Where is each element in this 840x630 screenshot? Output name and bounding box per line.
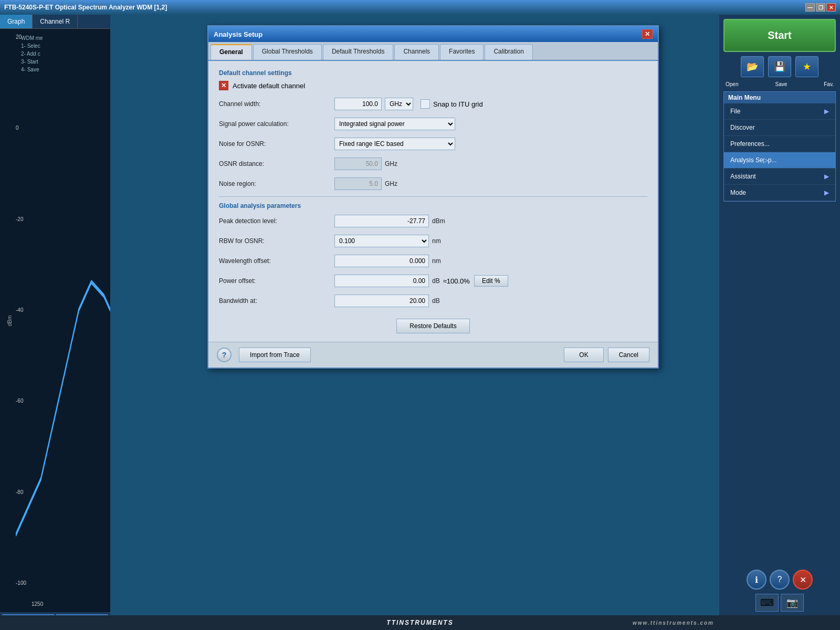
right-panel: Start 📂 💾 ★ Open Save Fav. Main Menu Fil…	[719, 15, 840, 630]
noise-region-label: Noise region:	[219, 180, 334, 187]
global-analysis-title: Global analysis parameters	[219, 202, 647, 209]
dialog-close-btn[interactable]: ✕	[642, 29, 653, 39]
snap-itu-checkbox[interactable]	[421, 99, 430, 109]
signal-power-row: Signal power calculation: Integrated sig…	[219, 117, 647, 131]
save-icon: 💾	[774, 61, 785, 72]
tab-channels[interactable]: Channels	[394, 44, 439, 60]
signal-power-select[interactable]: Integrated signal power Peak power	[334, 118, 455, 130]
power-offset-label: Power offset:	[219, 277, 334, 285]
osnr-distance-input	[334, 158, 382, 170]
save-btn[interactable]: 💾	[768, 56, 791, 77]
url-label: www.ttinstruments.com	[633, 620, 714, 626]
activate-checkbox[interactable]: ✕	[219, 81, 228, 90]
wavelength-offset-row: Wavelength offset: nm	[219, 254, 647, 268]
file-arrow-icon: ▶	[824, 108, 829, 115]
camera-btn[interactable]: 📷	[781, 594, 804, 612]
title-controls[interactable]: — ❐ ✕	[805, 3, 836, 12]
icon-labels: Open Save Fav.	[723, 81, 836, 87]
main-layout: Graph Channel R WDM me 1- Selec 2- Add c…	[0, 15, 840, 630]
noise-osnr-row: Noise for OSNR: Fixed range IEC based Fi…	[219, 136, 647, 151]
menu-item-assistant[interactable]: Assistant ▶	[724, 169, 835, 185]
rbw-select[interactable]: 0.100 0.200 0.500	[334, 235, 429, 247]
tab-default-thresholds[interactable]: Default Thresholds	[323, 44, 394, 60]
tab-general[interactable]: General	[211, 44, 252, 60]
star-icon: ★	[803, 61, 811, 72]
channel-width-unit-select[interactable]: GHz	[385, 98, 413, 110]
rbw-label: RBW for OSNR:	[219, 237, 334, 245]
minimize-btn[interactable]: —	[805, 3, 815, 12]
osnr-distance-label: OSNR distance:	[219, 160, 334, 167]
channel-width-label: Channel width:	[219, 100, 334, 108]
bandwidth-input[interactable]	[334, 295, 429, 307]
restore-defaults-btn[interactable]: Restore Defaults	[396, 319, 469, 333]
keyboard-btn[interactable]: ⌨	[755, 594, 779, 612]
tab-calibration[interactable]: Calibration	[485, 44, 532, 60]
dialog-tabs: General Global Thresholds Default Thresh…	[208, 42, 658, 61]
power-offset-input[interactable]	[334, 275, 429, 287]
statusbar: TTINSTRUMENTS www.ttinstruments.com	[0, 615, 840, 630]
wavelength-offset-unit: nm	[432, 257, 441, 265]
main-menu-section: Main Menu File ▶ Discover Preferences...…	[723, 91, 836, 202]
bottom-icon-row: ℹ ? ✕	[723, 570, 836, 590]
peak-detection-label: Peak detection level:	[219, 217, 334, 225]
graph-area: WDM me 1- Selec 2- Add c 3- Start 4- Sav…	[0, 29, 110, 612]
info-btn[interactable]: ℹ	[747, 570, 766, 590]
menu-item-file[interactable]: File ▶	[724, 103, 835, 120]
signal-power-label: Signal power calculation:	[219, 120, 334, 128]
power-offset-pct: ≈100.0%	[443, 277, 470, 285]
help-circle-btn[interactable]: ?	[770, 570, 790, 590]
noise-region-unit: GHz	[385, 180, 397, 187]
channel-width-row: Channel width: GHz Snap to ITU grid	[219, 97, 647, 111]
fav-btn[interactable]: ★	[795, 56, 818, 77]
bandwidth-row: Bandwidth at: dB	[219, 293, 647, 308]
open-btn[interactable]: 📂	[741, 56, 764, 77]
noise-osnr-label: Noise for OSNR:	[219, 140, 334, 148]
menu-item-discover[interactable]: Discover	[724, 120, 835, 136]
menu-item-analysis-setup[interactable]: Analysis Se▷p...	[724, 152, 835, 169]
assistant-arrow-icon: ▶	[824, 173, 829, 180]
app-title: FTB-5240S-P-ET Optical Spectrum Analyzer…	[4, 4, 167, 11]
main-menu-header: Main Menu	[724, 92, 835, 103]
peak-detection-row: Peak detection level: dBm	[219, 214, 647, 228]
left-tab-bar: Graph Channel R	[0, 15, 110, 29]
osnr-distance-row: OSNR distance: GHz	[219, 156, 647, 171]
activate-row: ✕ Activate default channel	[219, 81, 647, 90]
bandwidth-label: Bandwidth at:	[219, 297, 334, 304]
channel-width-input[interactable]	[334, 98, 382, 110]
start-btn[interactable]: Start	[723, 19, 836, 52]
stop-btn[interactable]: ✕	[793, 570, 813, 590]
close-app-btn[interactable]: ✕	[826, 3, 836, 12]
cancel-btn[interactable]: Cancel	[608, 348, 649, 362]
dialog-content: Default channel settings ✕ Activate defa…	[208, 61, 658, 342]
import-btn[interactable]: Import from Trace	[239, 348, 311, 362]
bandwidth-unit: dB	[432, 297, 440, 304]
peak-detection-input[interactable]	[334, 215, 429, 227]
mode-arrow-icon: ▶	[824, 189, 829, 196]
brand-label: TTINSTRUMENTS	[386, 619, 453, 626]
maximize-btn[interactable]: ❐	[816, 3, 825, 12]
open-icon: 📂	[747, 61, 758, 72]
ok-btn[interactable]: OK	[564, 348, 603, 362]
edit-pct-btn[interactable]: Edit %	[474, 275, 508, 287]
noise-region-input	[334, 177, 382, 190]
analysis-setup-dialog: Analysis Setup ✕ General Global Threshol…	[207, 25, 659, 369]
channel-settings-title: Default channel settings	[219, 69, 647, 77]
menu-item-preferences[interactable]: Preferences...	[724, 136, 835, 152]
noise-osnr-select[interactable]: Fixed range IEC based Fixed range Interp…	[334, 138, 455, 150]
help-btn[interactable]: ?	[217, 348, 232, 362]
tab-global-thresholds[interactable]: Global Thresholds	[253, 44, 322, 60]
osnr-distance-unit: GHz	[385, 160, 397, 167]
restore-row: Restore Defaults	[219, 313, 647, 333]
separator	[219, 196, 647, 197]
graph-svg	[16, 29, 110, 591]
tab-graph[interactable]: Graph	[0, 15, 33, 28]
menu-item-mode[interactable]: Mode ▶	[724, 185, 835, 201]
left-panel: Graph Channel R WDM me 1- Selec 2- Add c…	[0, 15, 110, 630]
dialog-footer: ? Import from Trace OK Cancel	[208, 342, 658, 368]
tab-favorites[interactable]: Favorites	[440, 44, 484, 60]
activate-label: Activate default channel	[233, 82, 305, 90]
rbw-row: RBW for OSNR: 0.100 0.200 0.500 nm	[219, 234, 647, 248]
wavelength-offset-input[interactable]	[334, 255, 429, 267]
tab-channel-r[interactable]: Channel R	[33, 15, 78, 28]
center-area: Analysis Setup ✕ General Global Threshol…	[110, 15, 719, 630]
